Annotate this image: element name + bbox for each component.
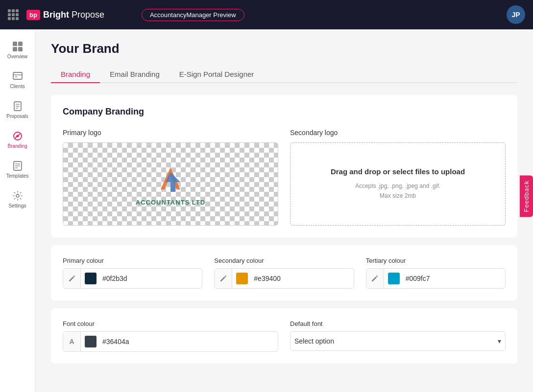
logo-text: Bright Propose	[43, 10, 104, 20]
sidebar-item-overview-label: Overview	[7, 54, 28, 59]
feedback-container: Feedback	[520, 175, 533, 217]
colours-row: Primary colour Secondary colour	[63, 257, 506, 289]
feedback-button[interactable]: Feedback	[520, 175, 533, 217]
sidebar-item-templates-label: Templates	[6, 173, 29, 179]
default-font-input-row: Select option Arial Helvetica Times New …	[290, 331, 506, 351]
tab-esign[interactable]: E-Sign Portal Designer	[170, 66, 264, 83]
branding-icon	[12, 131, 23, 141]
default-font-label: Default font	[290, 320, 506, 327]
secondary-logo-section: Secondary logo Drag and drop or select f…	[290, 129, 506, 226]
acct-logo-text: ACCOUNTANTS LTD	[136, 199, 205, 206]
tertiary-colour-swatch	[388, 273, 400, 284]
sidebar-item-proposals-label: Proposals	[6, 114, 28, 119]
font-colour-section: Font colour A	[63, 320, 278, 352]
primary-logo-preview[interactable]: ACCOUNTANTS LTD	[63, 142, 278, 226]
sidebar-item-templates[interactable]: Templates	[3, 157, 32, 183]
settings-icon	[12, 190, 23, 201]
logo-bp-icon: bp	[26, 10, 40, 20]
sidebar: Overview Clients Proposal	[0, 29, 35, 392]
secondary-colour-value[interactable]	[252, 271, 353, 286]
svg-point-17	[16, 194, 19, 197]
svg-rect-4	[13, 72, 22, 79]
primary-colour-value[interactable]	[100, 271, 202, 286]
primary-colour-picker-btn[interactable]	[63, 269, 81, 288]
font-row: Font colour A Default font Select opt	[63, 320, 506, 352]
sidebar-item-settings-label: Settings	[8, 203, 26, 208]
default-font-section: Default font Select option Arial Helveti…	[290, 320, 506, 352]
upload-text: Drag and drop or select files to upload	[331, 167, 465, 176]
primary-logo-label: Primary logo	[63, 129, 278, 137]
app-grid-icon[interactable]	[8, 9, 19, 20]
brand-logo: bp Bright Propose	[26, 10, 104, 20]
upload-sub: Accepts .jpg, .png, .jpeg and .gif. Max …	[355, 182, 440, 200]
overview-icon	[12, 41, 23, 52]
proposals-icon	[12, 101, 23, 112]
company-branding-card: Company Branding Primary logo	[51, 95, 517, 237]
sidebar-item-clients-label: Clients	[10, 84, 25, 89]
sidebar-item-branding-label: Branding	[7, 143, 27, 149]
secondary-colour-input-row	[214, 268, 354, 289]
primary-colour-swatch	[85, 273, 97, 284]
secondary-logo-upload[interactable]: Drag and drop or select files to upload …	[290, 142, 506, 226]
company-branding-title: Company Branding	[63, 107, 506, 117]
svg-rect-0	[13, 42, 17, 46]
sidebar-item-proposals[interactable]: Proposals	[3, 97, 32, 123]
page-title: Your Brand	[51, 41, 517, 56]
acct-logo-content: ACCOUNTANTS LTD	[136, 162, 205, 206]
font-card: Font colour A Default font Select opt	[51, 308, 517, 364]
tertiary-colour-label: Tertiary colour	[366, 257, 506, 264]
font-colour-swatch	[85, 336, 97, 347]
secondary-colour-picker-btn[interactable]	[215, 269, 232, 288]
clients-icon	[12, 71, 23, 82]
preview-badge-button[interactable]: AccountancyManager Preview	[142, 9, 244, 21]
font-colour-value[interactable]	[100, 334, 278, 349]
primary-logo-section: Primary logo ACCOUNTANTS LTD	[63, 129, 278, 226]
user-avatar[interactable]: JP	[507, 5, 525, 24]
tertiary-colour-input-row	[366, 268, 506, 289]
default-font-select[interactable]: Select option Arial Helvetica Times New …	[291, 337, 494, 345]
primary-colour-section: Primary colour	[63, 257, 202, 289]
colours-card: Primary colour Secondary colour	[51, 245, 517, 300]
chevron-down-icon: ▾	[494, 337, 505, 345]
svg-rect-3	[18, 47, 23, 51]
main-layout: Overview Clients Proposal	[0, 29, 533, 392]
secondary-logo-label: Secondary logo	[290, 129, 506, 137]
sidebar-item-overview[interactable]: Overview	[3, 37, 32, 63]
top-navigation: bp Bright Propose AccountancyManager Pre…	[0, 0, 533, 29]
tertiary-colour-section: Tertiary colour	[366, 257, 506, 289]
secondary-colour-section: Secondary colour	[214, 257, 354, 289]
templates-icon	[12, 161, 23, 171]
tab-branding[interactable]: Branding	[51, 66, 100, 83]
sidebar-item-settings[interactable]: Settings	[3, 186, 32, 212]
font-colour-input-row: A	[63, 331, 278, 352]
sidebar-item-branding[interactable]: Branding	[3, 127, 32, 153]
svg-rect-2	[13, 47, 17, 51]
tertiary-colour-value[interactable]	[404, 271, 505, 286]
logo-row: Primary logo ACCOUNTANTS LTD	[63, 129, 506, 226]
sidebar-item-clients[interactable]: Clients	[3, 67, 32, 93]
font-colour-icon-btn[interactable]: A	[63, 332, 81, 351]
tab-email-branding[interactable]: Email Branding	[100, 66, 170, 83]
secondary-colour-swatch	[236, 273, 248, 284]
main-content: Your Brand Branding Email Branding E-Sig…	[35, 29, 533, 392]
tab-bar: Branding Email Branding E-Sign Portal De…	[51, 66, 517, 83]
svg-point-12	[16, 135, 19, 138]
svg-rect-1	[18, 42, 23, 46]
primary-colour-label: Primary colour	[63, 257, 202, 264]
font-colour-label: Font colour	[63, 320, 278, 327]
tertiary-colour-picker-btn[interactable]	[366, 269, 384, 288]
primary-colour-input-row	[63, 268, 202, 289]
font-icon: A	[69, 338, 74, 346]
secondary-colour-label: Secondary colour	[214, 257, 354, 264]
